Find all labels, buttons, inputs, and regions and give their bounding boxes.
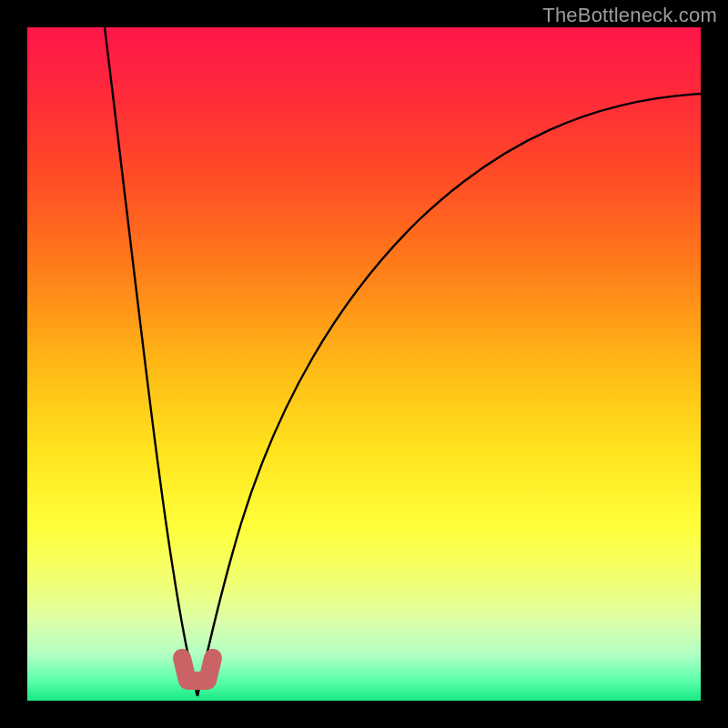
valley-marker [182,658,213,681]
curve-layer [27,27,701,701]
curve-left [105,27,197,696]
curve-right [197,94,701,696]
plot-area [27,27,701,701]
watermark-text: TheBottleneck.com [542,4,717,27]
chart-frame: TheBottleneck.com [0,0,728,728]
